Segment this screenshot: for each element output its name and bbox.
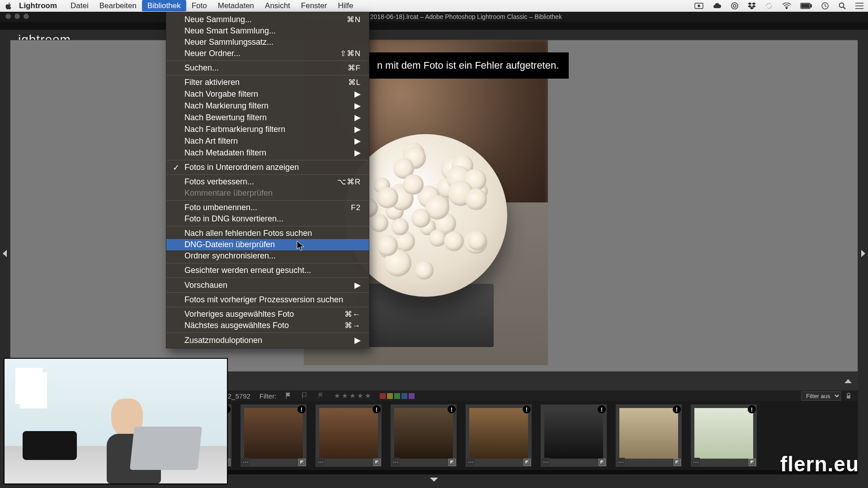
thumbnail[interactable]: !⋯ xyxy=(541,404,607,467)
clock-icon[interactable] xyxy=(821,2,829,10)
develop-badge-icon xyxy=(373,459,381,466)
thumb-menu-icon[interactable]: ⋯ xyxy=(392,458,400,466)
menu-ansicht[interactable]: Ansicht xyxy=(259,0,296,11)
dropbox-icon[interactable] xyxy=(748,2,756,9)
filmstrip-toggle-icon[interactable] xyxy=(430,478,438,482)
traffic-lights[interactable] xyxy=(5,14,29,19)
menu-item[interactable]: Fotos mit vorheriger Prozessversion such… xyxy=(166,294,369,305)
thumb-menu-icon[interactable]: ⋯ xyxy=(542,458,550,466)
thumb-menu-icon[interactable]: ⋯ xyxy=(467,458,475,466)
spotlight-icon[interactable] xyxy=(838,2,846,10)
develop-badge-icon xyxy=(524,459,531,466)
alert-icon: ! xyxy=(673,405,681,413)
menu-item[interactable]: Nach Metadaten filtern▶ xyxy=(166,147,369,159)
alert-icon: ! xyxy=(297,405,306,413)
screencast-icon[interactable] xyxy=(694,3,703,9)
menubar-tray xyxy=(694,2,863,10)
error-banner: n mit dem Foto ist ein Fehler aufgetrete… xyxy=(367,52,569,79)
menu-item[interactable]: Nächstes ausgewähltes Foto⌘→ xyxy=(166,320,369,331)
menu-bibliothek[interactable]: Bibliothek xyxy=(142,0,186,11)
menu-item[interactable]: Gesichter werden erneut gesucht... xyxy=(166,265,369,276)
menu-item[interactable]: Foto umbenennen...F2 xyxy=(166,202,369,213)
menu-item[interactable]: DNG-Dateien überprüfen xyxy=(166,239,369,250)
menu-item: Kommentare überprüfen xyxy=(166,188,369,199)
menu-item[interactable]: Nach Bewertung filtern▶ xyxy=(166,112,369,123)
menu-item[interactable]: Fotos verbessern...⌥⌘R xyxy=(166,176,369,188)
cloud-icon[interactable] xyxy=(712,3,722,9)
apple-logo-icon xyxy=(5,2,13,10)
bibliothek-menu: Neue Sammlung...⌘NNeue Smart Sammlung...… xyxy=(166,12,369,348)
menu-item[interactable]: Nach Vorgabe filtern▶ xyxy=(166,88,369,100)
develop-badge-icon xyxy=(448,459,456,466)
cc-icon[interactable] xyxy=(731,2,739,10)
module-picker xyxy=(0,22,868,30)
menu-foto[interactable]: Foto xyxy=(186,0,212,11)
thumbnail[interactable]: !⋯ xyxy=(691,404,757,467)
flag-unflagged-icon[interactable] xyxy=(302,392,309,399)
svg-rect-7 xyxy=(802,4,809,8)
menu-item[interactable]: Nach Art filtern▶ xyxy=(166,135,369,147)
svg-rect-12 xyxy=(847,395,850,399)
menu-item[interactable]: Neuer Ordner...⇧⌘N xyxy=(166,48,369,59)
thumb-menu-icon[interactable]: ⋯ xyxy=(692,458,700,466)
flag-rejected-icon[interactable] xyxy=(318,392,325,399)
flag-picked-icon[interactable] xyxy=(285,392,292,399)
alert-icon: ! xyxy=(598,405,606,413)
mouse-cursor-icon xyxy=(297,240,305,251)
app-name: Lightroom xyxy=(19,1,57,10)
menu-item[interactable]: Nach Markierung filtern▶ xyxy=(166,100,369,112)
menu-hilfe[interactable]: Hilfe xyxy=(332,0,359,11)
thumb-menu-icon[interactable]: ⋯ xyxy=(316,458,325,466)
alert-icon: ! xyxy=(373,405,381,413)
thumbnail[interactable]: !⋯ xyxy=(316,404,382,467)
menu-item[interactable]: Neuer Sammlungssatz... xyxy=(166,37,369,48)
sync-icon[interactable] xyxy=(765,2,773,10)
svg-point-2 xyxy=(731,3,738,9)
alert-icon: ! xyxy=(448,405,456,413)
menu-item[interactable]: Nach Farbmarkierung filtern▶ xyxy=(166,123,369,135)
menu-item[interactable]: Ordner synchronisieren... xyxy=(166,250,369,262)
develop-badge-icon xyxy=(674,459,681,466)
menu-item[interactable]: Suchen...⌘F xyxy=(166,62,369,74)
right-panel-toggle[interactable] xyxy=(861,250,865,257)
svg-point-4 xyxy=(786,8,788,9)
develop-badge-icon xyxy=(599,459,606,466)
svg-point-1 xyxy=(698,5,700,7)
window-titlebar: onflikt stehende Kopie 2018-06-18).lrcat… xyxy=(0,12,868,22)
mac-menubar: Lightroom DateiBearbeitenBibliothekFotoM… xyxy=(0,0,868,12)
thumb-menu-icon[interactable]: ⋯ xyxy=(617,458,625,466)
menu-item[interactable]: Vorschauen▶ xyxy=(166,279,369,291)
thumb-menu-icon[interactable]: ⋯ xyxy=(241,458,250,466)
thumbnail[interactable]: !⋯ xyxy=(391,404,457,467)
menu-icon[interactable] xyxy=(855,3,863,9)
lock-icon[interactable] xyxy=(845,393,852,399)
menu-datei[interactable]: Datei xyxy=(65,0,94,11)
menu-item[interactable]: Filter aktivieren⌘L xyxy=(166,77,369,88)
menu-item[interactable]: Neue Sammlung...⌘N xyxy=(166,14,369,25)
menu-item[interactable]: Neue Smart Sammlung... xyxy=(166,25,369,37)
toolbar-expand-icon[interactable] xyxy=(844,379,852,383)
wifi-icon[interactable] xyxy=(782,3,791,9)
menu-item[interactable]: Vorheriges ausgewähltes Foto⌘← xyxy=(166,309,369,320)
svg-rect-6 xyxy=(811,5,811,7)
menu-fenster[interactable]: Fenster xyxy=(296,0,333,11)
battery-icon[interactable] xyxy=(800,3,812,9)
menu-item[interactable]: Foto in DNG konvertieren... xyxy=(166,213,369,225)
filter-preset-select[interactable]: Filter aus xyxy=(801,391,841,401)
thumbnail[interactable]: !⋯ xyxy=(616,404,682,467)
menu-item[interactable]: Zusatzmoduloptionen▶ xyxy=(166,334,369,346)
develop-badge-icon xyxy=(749,459,756,466)
menu-item[interactable]: Nach allen fehlenden Fotos suchen xyxy=(166,228,369,239)
rating-filter[interactable]: ★★★★★ xyxy=(334,392,371,400)
thumbnail[interactable]: !⋯ xyxy=(241,404,307,467)
svg-point-3 xyxy=(733,5,736,7)
thumbnail[interactable]: !⋯ xyxy=(466,404,532,467)
alert-icon: ! xyxy=(523,405,531,413)
menu-metadaten[interactable]: Metadaten xyxy=(212,0,259,11)
menu-bearbeiten[interactable]: Bearbeiten xyxy=(94,0,142,11)
svg-point-9 xyxy=(840,3,844,8)
left-panel-toggle[interactable] xyxy=(3,250,7,257)
filter-label: Filter: xyxy=(259,392,277,400)
menu-item[interactable]: ✓Fotos in Unterordnern anzeigen xyxy=(166,162,369,173)
color-filter[interactable] xyxy=(380,393,415,399)
